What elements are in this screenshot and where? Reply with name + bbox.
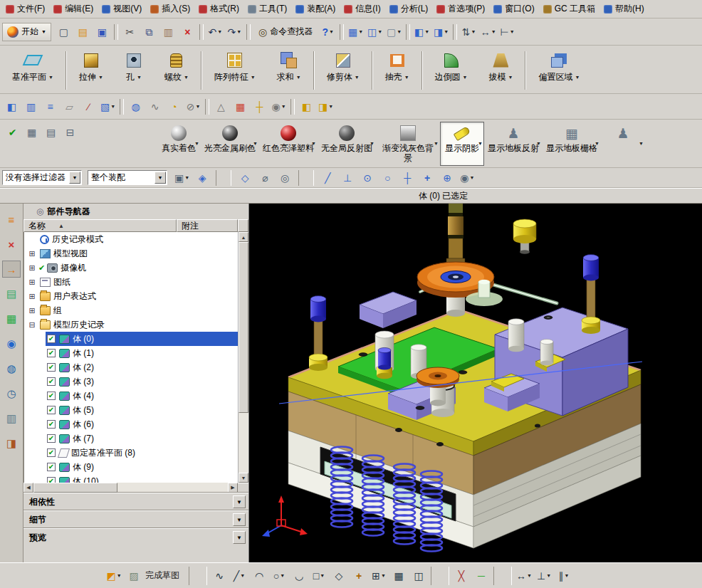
snap-point-icon[interactable]: + ▼ (419, 170, 435, 186)
tree-item[interactable]: ✔ ✔ 历史记录模式 (24, 232, 238, 246)
layer-icon[interactable]: ▥ ▼ (22, 98, 40, 115)
save-icon[interactable]: ▣ ▼ (93, 23, 111, 41)
column-header-name[interactable]: 名称 ▲ (23, 219, 177, 232)
tree-expander[interactable]: ⊞ (27, 306, 37, 315)
menu-item[interactable]: 编辑(E) (49, 1, 98, 16)
chevron-down-icon[interactable]: ▼ (233, 495, 246, 508)
open-folder-icon[interactable]: ▤ ▼ (74, 23, 92, 41)
tree-checkbox[interactable]: ✔ (47, 377, 56, 386)
separator[interactable]: ▼ (313, 51, 315, 90)
reuse-library-icon[interactable]: ▤ (2, 285, 21, 303)
cut-icon[interactable]: ✂ ▼ (121, 23, 139, 41)
sketch-flag-icon[interactable]: ◩ ▼ (105, 567, 123, 585)
snap-endpoint-icon[interactable]: ⊥ ▼ (340, 170, 355, 186)
polygon-icon[interactable]: ◇ ▼ (330, 567, 348, 585)
separator[interactable]: ▼ (216, 170, 231, 186)
scroll-left-icon[interactable]: ◀ (23, 483, 33, 493)
tree-expander[interactable]: ⊟ (27, 320, 37, 330)
wcs-icon[interactable]: ▱ ▼ (61, 98, 78, 115)
section-view-icon[interactable]: ⊘ ▼ (184, 98, 202, 115)
mirror-curve-icon[interactable]: ◫ ▼ (409, 567, 428, 585)
vertical-scrollbar[interactable]: ▲ ▼ (238, 232, 248, 483)
gold-cube-icon[interactable]: ◧ ▼ (298, 98, 315, 115)
chevron-down-icon[interactable]: ▼ (233, 513, 246, 526)
dropdown-caret[interactable]: ▼ (154, 172, 166, 184)
separator[interactable]: ▼ (205, 99, 209, 115)
chevron-down-icon[interactable]: ▼ (233, 531, 246, 544)
snap-line-icon[interactable]: ╱ ▼ (320, 170, 335, 186)
tree-checkbox[interactable]: ✔ (47, 463, 56, 471)
pattern-curve-icon[interactable]: ▦ ▼ (389, 567, 408, 585)
curve-tool-icon[interactable]: ∿ ▼ (146, 98, 164, 115)
menu-item[interactable]: 格式(R) (194, 1, 243, 16)
navigator-section[interactable]: 相依性 ▼ (23, 493, 248, 510)
snap-settings-icon[interactable]: ◉ ▼ (459, 170, 475, 186)
diameter-filter-icon[interactable]: ⌀ ▼ (257, 170, 273, 186)
tree-view[interactable]: ✔ ✔ 历史记录模式 ⊞ ✔ ✔ 模型视图 (23, 232, 238, 483)
true-shading-button[interactable]: 真实着色 ▼ (157, 122, 201, 166)
delete-icon[interactable]: × ▼ (179, 23, 197, 41)
floor-grid-button[interactable]: ▦ 显示地板栅格 ▼ (543, 122, 601, 166)
sheet-grid-icon[interactable]: ▦ ▼ (23, 123, 41, 141)
tree-expander[interactable]: ⊞ (27, 292, 37, 301)
tree-item[interactable]: ✔ ✔ 体 (7) (24, 431, 238, 446)
selection-scope-dropdown[interactable]: 整个装配 ▼ (88, 170, 167, 185)
cylinder-tool-icon[interactable]: ◍ ▼ (127, 98, 145, 115)
assembly-navigator-icon[interactable]: ≡ (2, 211, 21, 228)
tree-checkbox[interactable]: ✔ (47, 363, 56, 372)
gradient-background-button[interactable]: 渐变浅灰色背景 ▼ (376, 122, 440, 166)
display-icon[interactable]: ▢ ▼ (385, 23, 403, 41)
navigator-section[interactable]: 预览 ▼ (23, 528, 248, 546)
tree-checkbox[interactable]: ✔ (47, 477, 56, 483)
separator[interactable]: ▼ (199, 24, 204, 40)
more-tools-icon[interactable]: ∥ ▼ (555, 567, 573, 585)
extrude-button[interactable]: 拉伸 ▼ (75, 49, 108, 92)
window-icon[interactable]: ▦ ▼ (347, 23, 365, 41)
scrollbar-track[interactable] (33, 483, 228, 493)
separator[interactable]: ▼ (246, 24, 251, 40)
palette-icon[interactable]: ◨ (2, 435, 21, 452)
web-browser-icon[interactable]: ◍ (2, 360, 21, 377)
tree-item[interactable]: ⊞ ✔ ✔ 摄像机 (24, 261, 238, 275)
menu-item[interactable]: 首选项(P) (432, 1, 489, 16)
sync-icon[interactable]: ⇅ ▼ (460, 23, 478, 41)
menu-item[interactable]: 帮助(H) (599, 1, 649, 16)
grid-table-icon[interactable]: ▦ ▼ (231, 98, 249, 115)
separator[interactable]: ▼ (525, 51, 526, 90)
horizontal-scrollbar[interactable]: ◀ ▶ (23, 483, 248, 493)
snap-quadrant-icon[interactable]: ⊕ ▼ (439, 170, 455, 186)
tree-checkbox[interactable]: ✔ (47, 335, 56, 343)
help-icon[interactable]: ? ▼ (319, 23, 337, 41)
info-icon[interactable]: ◉ (2, 335, 21, 352)
tree-item[interactable]: ✔ ✔ 体 (9) (24, 460, 238, 474)
undo-icon[interactable]: ↶ ▼ (206, 23, 224, 41)
menu-item[interactable]: 视图(V) (98, 1, 146, 16)
scrollbar-thumb[interactable] (33, 483, 117, 493)
face-filter-icon[interactable]: ◇ ▼ (237, 170, 253, 186)
rectangle-icon[interactable]: □ ▼ (310, 567, 328, 585)
point-icon[interactable]: + ▼ (350, 567, 368, 585)
snap-intersection-icon[interactable]: ┼ ▼ (399, 170, 415, 186)
no-global-reflection-button[interactable]: 无全局反射图 ▼ (318, 122, 376, 166)
tree-checkbox[interactable]: ✔ (47, 434, 56, 443)
tree-item[interactable]: ⊞ ✔ ✔ 图纸 (24, 275, 238, 289)
menu-item[interactable]: 分析(L) (385, 1, 433, 16)
separator[interactable]: ▼ (201, 51, 202, 90)
constraint-navigator-icon[interactable]: × (2, 236, 21, 253)
tree-item[interactable]: ✔ ✔ 体 (6) (24, 417, 238, 431)
separator[interactable]: ▼ (189, 567, 207, 585)
tree-item[interactable]: ✔ ✔ 体 (4) (24, 389, 238, 403)
show-shadows-button[interactable]: 显示阴影 ▼ (440, 122, 484, 166)
trim-body-button[interactable]: 修剪体 ▼ (323, 49, 364, 92)
hole-button[interactable]: 孔 ▼ (120, 49, 147, 92)
menu-item[interactable]: 插入(S) (146, 1, 194, 16)
tree-item[interactable]: ✔ ✔ 体 (0) (24, 332, 238, 346)
gold-cube-drop-icon[interactable]: ◨ ▼ (317, 98, 335, 115)
menu-item[interactable]: 工具(T) (243, 1, 291, 16)
pane-right-icon[interactable]: ◨ ▼ (432, 23, 450, 41)
constraint-box-icon[interactable]: ⊟ ▼ (61, 123, 79, 141)
fillet-icon[interactable]: ◡ ▼ (290, 567, 308, 585)
tree-item[interactable]: ⊞ ✔ ✔ 用户表达式 (24, 289, 238, 303)
separator[interactable]: ▼ (114, 24, 118, 40)
dimension-icon[interactable]: ↔ ▼ (515, 567, 533, 585)
